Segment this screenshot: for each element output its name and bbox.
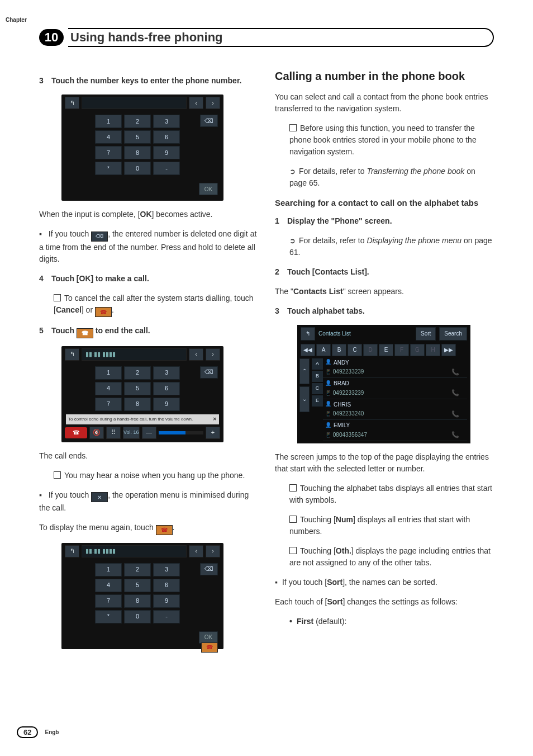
call-icon[interactable]: 📞 bbox=[451, 430, 459, 440]
hangup-icon: ☎ bbox=[77, 328, 93, 338]
key[interactable]: 9 bbox=[153, 398, 180, 411]
alpha-tab[interactable]: A bbox=[316, 344, 331, 356]
key[interactable]: 1 bbox=[95, 563, 122, 577]
scroll-down-icon[interactable]: ⌄ bbox=[299, 386, 310, 412]
key[interactable]: 0 bbox=[124, 610, 151, 623]
hangup-icon[interactable]: ☎ bbox=[201, 642, 218, 653]
mobile-icon: 📱 bbox=[325, 390, 331, 396]
next-icon[interactable]: › bbox=[206, 545, 220, 557]
prev-icon[interactable]: ‹ bbox=[189, 348, 203, 361]
body-text: Touching the alphabet tabs displays all … bbox=[289, 483, 494, 506]
back-icon[interactable]: ↰ bbox=[301, 327, 315, 341]
key[interactable]: 5 bbox=[124, 130, 151, 144]
tabs-next-icon[interactable]: ▶▶ bbox=[441, 344, 456, 356]
call-icon[interactable]: 📞 bbox=[451, 388, 459, 398]
key[interactable]: 0 bbox=[124, 162, 151, 175]
back-icon[interactable]: ↰ bbox=[65, 97, 79, 109]
contact-phone: 0492233240 bbox=[333, 410, 364, 417]
key[interactable]: 2 bbox=[124, 115, 151, 128]
body-text: Touching [Num] displays all entries that… bbox=[289, 514, 494, 537]
chapter-number-badge: 10 bbox=[39, 29, 64, 46]
key[interactable]: 5 bbox=[124, 382, 151, 395]
contact-row[interactable]: 👤EMILY 📱 08043356347📞 bbox=[323, 420, 467, 441]
section-heading: Calling a number in the phone book bbox=[275, 69, 494, 83]
page-footer: 62 Engb bbox=[17, 726, 59, 738]
prev-icon[interactable]: ‹ bbox=[189, 545, 203, 557]
contact-row[interactable]: 👤BRAD 📱 0492233239📞 bbox=[323, 378, 467, 399]
key[interactable]: 3 bbox=[153, 366, 180, 380]
tabs-prev-icon[interactable]: ◀◀ bbox=[301, 344, 315, 356]
alpha-tab[interactable]: G bbox=[410, 344, 425, 356]
back-icon[interactable]: ↰ bbox=[65, 545, 79, 557]
delete-icon[interactable]: ⌫ bbox=[200, 366, 218, 379]
call-icon[interactable]: 📞 bbox=[451, 367, 459, 377]
key[interactable]: 6 bbox=[153, 579, 180, 592]
next-icon[interactable]: › bbox=[206, 97, 220, 109]
vol-down-button[interactable]: — bbox=[142, 427, 156, 439]
key[interactable]: 8 bbox=[124, 146, 151, 159]
locale-label: Engb bbox=[45, 729, 59, 735]
key[interactable]: 7 bbox=[95, 594, 122, 608]
body-text: The "Contacts List" screen appears. bbox=[275, 286, 494, 297]
step-text: Display the "Phone" screen. bbox=[287, 216, 392, 225]
key[interactable]: 4 bbox=[95, 382, 122, 395]
chapter-label: Chapter bbox=[6, 17, 27, 23]
key[interactable]: 8 bbox=[124, 594, 151, 608]
keypad-icon[interactable]: ⠿ bbox=[106, 427, 121, 439]
alpha-tab[interactable]: H bbox=[426, 344, 440, 356]
alpha-tab[interactable]: B bbox=[332, 344, 346, 356]
step-number: 4 bbox=[39, 273, 51, 285]
key[interactable]: 4 bbox=[95, 130, 122, 144]
back-icon[interactable]: ↰ bbox=[65, 348, 79, 361]
sort-button[interactable]: Sort bbox=[416, 327, 436, 341]
key[interactable]: * bbox=[95, 162, 122, 175]
contact-name: BRAD bbox=[334, 379, 349, 388]
key[interactable]: - bbox=[153, 162, 180, 175]
mobile-icon: 📱 bbox=[325, 369, 331, 375]
key[interactable]: 6 bbox=[153, 130, 180, 144]
key[interactable]: 3 bbox=[153, 115, 180, 128]
key[interactable]: 3 bbox=[153, 563, 180, 577]
mute-icon[interactable]: 🔇 bbox=[89, 427, 104, 439]
vol-up-button[interactable]: + bbox=[206, 427, 220, 439]
alpha-tab[interactable]: E bbox=[379, 344, 393, 356]
search-button[interactable]: Search bbox=[439, 327, 467, 341]
key[interactable]: * bbox=[95, 610, 122, 623]
key[interactable]: 8 bbox=[124, 398, 151, 411]
step-3: 3Touch the number keys to enter the phon… bbox=[39, 75, 258, 87]
person-icon: 👤 bbox=[325, 422, 331, 429]
hangup-button[interactable]: ☎ bbox=[65, 427, 87, 438]
alpha-tab[interactable]: F bbox=[394, 344, 409, 356]
key[interactable]: 4 bbox=[95, 579, 122, 592]
ok-button[interactable]: OK bbox=[199, 183, 218, 195]
ok-button[interactable]: OK bbox=[199, 631, 218, 644]
volume-label: Vol. 16 bbox=[123, 427, 140, 439]
key[interactable]: 2 bbox=[124, 563, 151, 577]
prev-icon[interactable]: ‹ bbox=[189, 97, 203, 109]
key[interactable]: 9 bbox=[153, 146, 180, 159]
key[interactable]: 2 bbox=[124, 366, 151, 380]
contact-phone: 0492233239 bbox=[333, 390, 364, 396]
key[interactable]: 5 bbox=[124, 579, 151, 592]
call-icon[interactable]: 📞 bbox=[451, 409, 459, 419]
close-icon[interactable]: ✕ bbox=[213, 416, 217, 423]
note-icon bbox=[54, 294, 61, 301]
contact-row[interactable]: 👤CHRIS 📱 0492233240📞 bbox=[323, 399, 467, 420]
alpha-tab[interactable]: D bbox=[363, 344, 378, 356]
step-text: Touch [OK] to make a call. bbox=[51, 274, 149, 283]
key[interactable]: 1 bbox=[95, 366, 122, 380]
contact-row[interactable]: 👤ANDY 📱 0492233239📞 bbox=[323, 357, 467, 379]
delete-icon[interactable]: ⌫ bbox=[200, 563, 218, 575]
contact-name: EMILY bbox=[334, 421, 350, 429]
contact-phone: 0492233239 bbox=[333, 368, 364, 375]
key[interactable]: 6 bbox=[153, 382, 180, 395]
scroll-up-icon[interactable]: ⌃ bbox=[299, 358, 310, 384]
alpha-tab[interactable]: C bbox=[348, 344, 362, 356]
key[interactable]: 1 bbox=[95, 115, 122, 128]
key[interactable]: 7 bbox=[95, 398, 122, 411]
delete-icon[interactable]: ⌫ bbox=[200, 115, 218, 127]
key[interactable]: 9 bbox=[153, 594, 180, 608]
key[interactable]: 7 bbox=[95, 146, 122, 159]
next-icon[interactable]: › bbox=[206, 348, 220, 361]
key[interactable]: - bbox=[153, 610, 180, 623]
